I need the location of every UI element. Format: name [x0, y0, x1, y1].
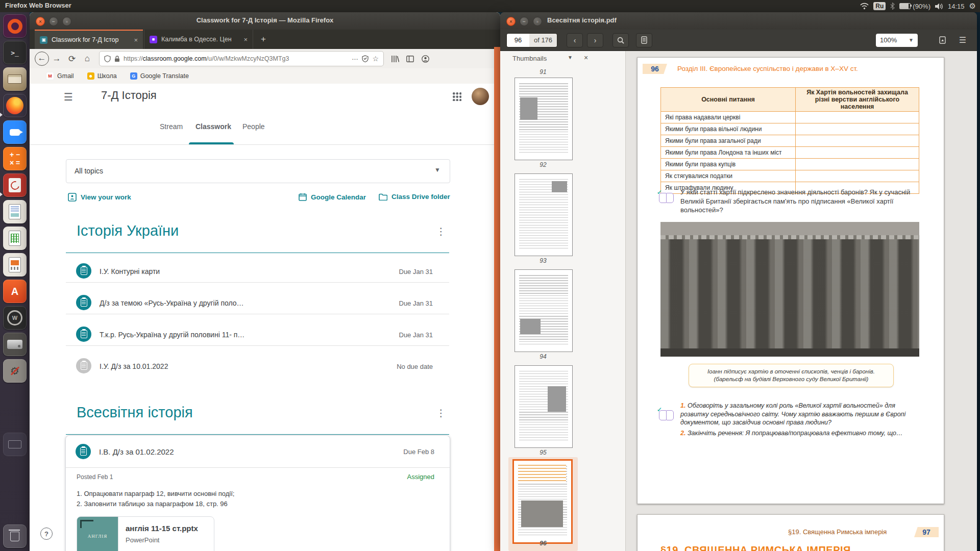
- thumb-label: 95: [500, 449, 586, 456]
- google-apps-grid-icon[interactable]: [452, 92, 461, 101]
- maximize-button[interactable]: ▫: [533, 17, 542, 26]
- close-button[interactable]: ×: [506, 17, 516, 26]
- url-bar[interactable]: https://classroom.google.com/u/0/w/MzkwM…: [99, 51, 384, 66]
- section-menu-kebab-icon[interactable]: ⋮: [436, 407, 446, 419]
- pocket-shield-icon[interactable]: [362, 55, 369, 62]
- home-button[interactable]: ⌂: [80, 54, 95, 64]
- dock-system-tools[interactable]: ⚙: [3, 359, 27, 383]
- thumbnail-page-95[interactable]: [514, 365, 573, 448]
- assignment-title[interactable]: І.В. Д/з за 01.02.2022: [99, 447, 174, 456]
- expanded-assignment-card[interactable]: І.В. Д/з за 01.02.2022 Due Feb 8 Posted …: [65, 435, 450, 551]
- assignment-title[interactable]: І.У. Д/з за 10.01.2022: [100, 362, 168, 370]
- battery-percent: (90%): [913, 3, 930, 10]
- view-your-work-link[interactable]: View your work: [68, 193, 131, 202]
- dock-archive-app[interactable]: [3, 433, 27, 456]
- thumbnail-page-96[interactable]: [512, 459, 573, 544]
- thumbnail-page-94[interactable]: [514, 269, 573, 352]
- avatar[interactable]: [472, 88, 489, 105]
- tab-classwork[interactable]: Classwork: [195, 122, 231, 131]
- page-number-input[interactable]: 96: [507, 34, 529, 47]
- page-number-box[interactable]: 96 of 176: [506, 33, 557, 47]
- help-button[interactable]: ?: [40, 528, 53, 540]
- page-setup-icon[interactable]: [934, 33, 950, 47]
- pdf-titlebar[interactable]: × − ▫ Всесвітня історія.pdf: [500, 12, 977, 30]
- dock-document-annotator[interactable]: [3, 173, 27, 197]
- bluetooth-icon[interactable]: [890, 3, 895, 10]
- next-page-button[interactable]: ›: [587, 33, 603, 47]
- bookmark-gmail[interactable]: MGmail: [46, 72, 74, 80]
- url-text[interactable]: https://classroom.google.com/u/0/w/MzkwM…: [124, 55, 348, 62]
- dock-disks[interactable]: [3, 333, 27, 356]
- dock-trash[interactable]: [3, 524, 27, 548]
- bookmarks-toolbar: MGmail ☻Школа GGoogle Translate: [30, 68, 500, 84]
- section-title-history-ukraine[interactable]: Історія України: [77, 222, 179, 239]
- tab-stream[interactable]: Stream: [160, 122, 183, 131]
- previous-page-button[interactable]: ‹: [567, 33, 583, 47]
- volume-icon[interactable]: [935, 3, 943, 10]
- bookmark-school[interactable]: ☻Школа: [87, 72, 117, 80]
- topics-filter-select[interactable]: All topics ▼: [66, 159, 450, 183]
- assignment-title[interactable]: Д/з за темою «Русь-Україна у другій поло…: [100, 299, 244, 307]
- session-gear-icon[interactable]: ⚙: [969, 2, 976, 11]
- back-button[interactable]: ←: [35, 52, 49, 66]
- section-title-world-history[interactable]: Всесвітня історія: [77, 404, 193, 421]
- close-sidebar-icon[interactable]: ×: [584, 54, 588, 62]
- google-calendar-link[interactable]: Google Calendar: [299, 193, 366, 201]
- class-drive-folder-link[interactable]: Class Drive folder: [379, 193, 450, 201]
- scrollbar[interactable]: [494, 47, 500, 551]
- menu-hamburger-icon[interactable]: ☰: [954, 33, 971, 47]
- bookmark-google-translate[interactable]: GGoogle Translate: [130, 72, 189, 80]
- tab-close-icon[interactable]: ×: [134, 36, 138, 44]
- clock[interactable]: 14:15: [948, 3, 965, 10]
- dock-emblem-app[interactable]: W: [3, 306, 27, 330]
- desktop: Firefox Web Browser Ru (90%) 14:15 ⚙ >_ …: [0, 0, 980, 551]
- course-title[interactable]: 7-Д Історія: [101, 89, 157, 102]
- dock-zoom[interactable]: [3, 120, 27, 144]
- dock-file-archiver[interactable]: [3, 67, 27, 91]
- dock-libreoffice-calc[interactable]: [3, 227, 27, 250]
- tab-people[interactable]: People: [242, 122, 265, 131]
- battery-indicator[interactable]: (90%): [899, 3, 930, 10]
- dock-ubuntu-dash[interactable]: [3, 14, 27, 38]
- thumbnail-page-92[interactable]: [514, 78, 573, 160]
- attachment-card[interactable]: АНГЛІЯ англія 11-15 ст.pptx PowerPoint: [77, 516, 214, 551]
- dock-terminal[interactable]: >_: [3, 41, 27, 64]
- table-cell-empty: [796, 159, 919, 170]
- pdf-canvas[interactable]: 96 Розділ III. Європейське суспільство і…: [625, 51, 977, 551]
- dock-libreoffice-writer[interactable]: [3, 200, 27, 223]
- thumbnail-page-93[interactable]: [514, 173, 573, 256]
- bookmark-star-icon[interactable]: ☆: [372, 55, 379, 63]
- assignment-title[interactable]: Т.к.р. Русь-Україна у другій половині 11…: [100, 331, 244, 339]
- annotate-button[interactable]: [636, 33, 652, 47]
- chevron-down-icon: ▼: [909, 37, 914, 43]
- wifi-icon[interactable]: [860, 3, 869, 10]
- library-icon[interactable]: [391, 55, 406, 63]
- search-button[interactable]: [612, 33, 629, 47]
- tab-classwork[interactable]: ▣ Classwork for 7-Д Істор ×: [35, 30, 143, 49]
- page-actions-icon[interactable]: ⋯: [352, 55, 359, 63]
- menu-hamburger-icon[interactable]: ☰: [64, 91, 73, 103]
- zoom-level-select[interactable]: 100% ▼: [876, 34, 918, 47]
- tracking-shield-icon[interactable]: [104, 55, 111, 62]
- minimize-button[interactable]: −: [520, 17, 529, 26]
- system-tray[interactable]: Ru (90%) 14:15 ⚙: [860, 0, 978, 12]
- page-number-badge: 97: [914, 527, 939, 537]
- lock-icon[interactable]: [114, 56, 120, 62]
- reload-button[interactable]: ⟳: [64, 54, 80, 64]
- panel-app-title: Firefox Web Browser: [5, 2, 71, 9]
- sidebars-icon[interactable]: [406, 56, 422, 62]
- dock-firefox[interactable]: [3, 94, 27, 117]
- forward-button[interactable]: →: [49, 54, 64, 64]
- dock-anydesk[interactable]: A: [3, 280, 27, 303]
- tab-kalimba[interactable]: ■ Калимба в Одессе. Цен ×: [144, 30, 253, 49]
- dock-calculator[interactable]: + −× =: [3, 147, 27, 170]
- new-tab-button[interactable]: +: [257, 34, 270, 45]
- dock-libreoffice-impress[interactable]: [3, 253, 27, 277]
- section-menu-kebab-icon[interactable]: ⋮: [436, 226, 446, 237]
- assignment-title[interactable]: І.У. Контурні карти: [100, 267, 160, 276]
- account-icon[interactable]: [422, 55, 437, 63]
- tab-close-icon[interactable]: ×: [243, 36, 248, 43]
- chevron-down-icon[interactable]: ▼: [568, 55, 573, 60]
- firefox-titlebar[interactable]: × − ▫ Classwork for 7-Д Історія — Mozill…: [30, 12, 500, 30]
- keyboard-layout-indicator[interactable]: Ru: [873, 2, 886, 10]
